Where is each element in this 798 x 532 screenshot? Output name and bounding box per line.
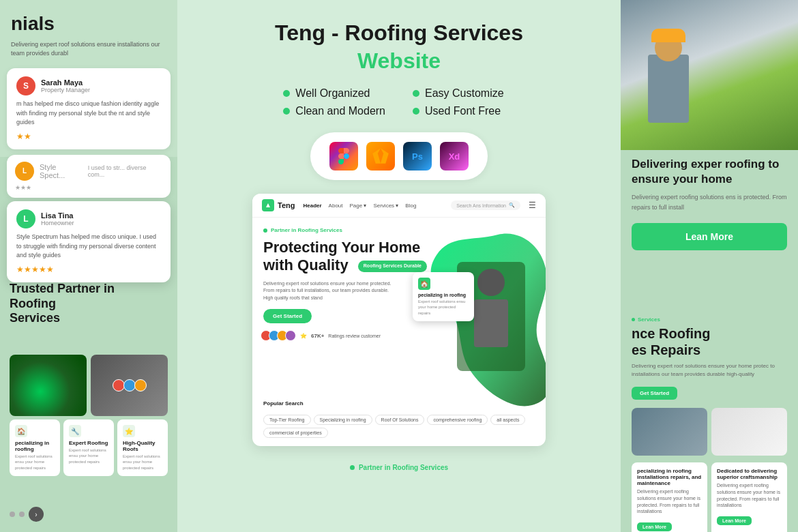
worker-head: [655, 34, 682, 61]
service-cards-grid: 🏠 pecializing in roofing Expert roof sol…: [10, 419, 168, 476]
worker-silhouette: [641, 27, 696, 150]
dot-arrow[interactable]: ›: [29, 507, 44, 522]
feature-item-2: Easy Customize: [413, 87, 515, 100]
testimonial-card-1: S Sarah Maya Property Manager m has help…: [7, 68, 171, 149]
test-role-lisa: Homeowner: [41, 220, 74, 226]
center-bottom-tag: Partner in Roofing Services: [336, 457, 462, 478]
feature-dot-2: [413, 90, 419, 97]
popular-tags: Top-Tier Roofing Specializing in roofing…: [252, 415, 546, 446]
search-icon: 🔍: [509, 203, 515, 208]
xd-icon: Xd: [440, 142, 469, 171]
bottom-heading: Trusted Partner in Roofing Services: [10, 282, 168, 326]
services-title-line1: nce Roofing: [632, 325, 787, 342]
service-title-1: pecializing in roofing: [15, 440, 55, 452]
mockup-logo-icon: [262, 199, 274, 211]
test-text-lisa: Style Spectrum has helped me disco uniqu…: [16, 233, 161, 261]
feature-item-4: Used Font Free: [413, 105, 515, 117]
right-serv-title-2: Dedicated to delivering superior craftsm…: [717, 468, 782, 480]
floating-card: 🏠 pecializing in roofing Expert roof sol…: [413, 272, 474, 321]
testimonial-lisa-card: L Lisa Tina Homeowner Style Spectrum has…: [7, 201, 171, 282]
tag-4[interactable]: comprehensive roofing: [427, 415, 488, 425]
service-icon-2: 🔧: [69, 425, 81, 437]
mockup-search-bar[interactable]: Search Ans Information 🔍: [451, 201, 520, 210]
lean-more-small-2[interactable]: Lean More: [717, 516, 752, 525]
service-desc-3: Expert roof solutions ensu your home pro…: [123, 454, 162, 471]
nav-about[interactable]: About: [329, 203, 343, 209]
website-mockup: Teng Header About Page ▾ Services ▾ Blog…: [252, 194, 546, 446]
right-serv-desc-2: Delivering expert roofing solutions ensu…: [717, 482, 782, 509]
testimonials-container: S Sarah Maya Property Manager m has help…: [7, 68, 171, 198]
feature-label-2: Easy Customize: [425, 87, 504, 100]
service-icon-1: 🏠: [15, 425, 27, 437]
bottom-img-green: [10, 355, 87, 416]
heading-partner: Partner in: [57, 282, 115, 295]
right-serv-card-2: Dedicated to delivering superior craftsm…: [711, 462, 787, 532]
feature-dot-1: [283, 90, 290, 97]
center-partner-tag: Partner in Roofing Services: [359, 464, 448, 471]
dot-2[interactable]: [19, 512, 25, 517]
test-role-1: Property Manager: [41, 87, 90, 93]
test-stars-lisa: ★★★★★: [16, 265, 161, 274]
tool-icons-row: Ps Xd: [310, 132, 488, 180]
nav-blog[interactable]: Blog: [405, 203, 416, 209]
test-name-lisa: Lisa Tina: [41, 211, 74, 220]
center-title: Teng - Roofing Services: [275, 20, 523, 46]
feature-item-1: Well Organized: [283, 87, 385, 100]
lean-more-button[interactable]: Lean More: [632, 223, 787, 250]
tag-6[interactable]: commercial of properties: [263, 428, 328, 438]
worker-hardhat: [651, 29, 685, 42]
avatar-sarah: S: [16, 76, 35, 95]
hero-badge: Roofing Services Durable: [358, 261, 427, 271]
service-card-1: 🏠 pecializing in roofing Expert roof sol…: [10, 419, 60, 476]
service-title-2: Expert Roofing: [69, 440, 108, 446]
sketch-icon: [366, 142, 395, 171]
right-img-cell-1: [632, 408, 707, 456]
lean-more-small-1[interactable]: Lean More: [637, 522, 672, 531]
service-desc-2: Expert roof solutions ensu your home pro…: [69, 447, 108, 464]
feature-label-1: Well Organized: [295, 87, 370, 100]
right-img-cell-2: [711, 408, 787, 456]
service-title-3: High-Quality Roofs: [123, 440, 162, 452]
tag-1[interactable]: Top-Tier Roofing: [263, 415, 311, 425]
partial-desc: Delivering expert roof solutions ensure …: [11, 40, 166, 59]
get-started-button[interactable]: Get Started: [263, 309, 312, 323]
nav-page[interactable]: Page ▾: [350, 203, 367, 209]
right-serv-title-1: pecializing in roofing installations rep…: [637, 468, 702, 486]
right-get-started-btn[interactable]: Get Started: [632, 387, 677, 400]
test-style-text: Style Spect...: [40, 163, 83, 179]
tag-2[interactable]: Specializing in roofing: [314, 415, 372, 425]
feature-dot-3: [283, 108, 290, 115]
floating-card-desc: Expert roof solutions ensu your home pro…: [418, 299, 469, 316]
right-bottom-services: Services nce Roofing es Repairs Deliveri…: [621, 307, 798, 532]
hamburger-icon[interactable]: ☰: [529, 201, 536, 210]
center-panel: Teng - Roofing Services Website Well Org…: [177, 0, 621, 532]
feature-item-3: Clean and Modern: [283, 105, 385, 117]
right-hero-image: [621, 0, 798, 150]
nav-header[interactable]: Header: [303, 203, 321, 209]
bottom-img-gray: [91, 355, 168, 416]
right-services-desc: Delivering expert roof solutions ensure …: [632, 362, 787, 379]
right-services-tag: Services: [632, 316, 787, 323]
service-icon-3: ⭐: [123, 425, 135, 437]
services-title-line2: es Repairs: [632, 342, 787, 358]
floating-card-icon: 🏠: [418, 278, 430, 290]
tag-3[interactable]: Roof Of Solutions: [375, 415, 425, 425]
bottom-images-grid: [10, 355, 168, 416]
mockup-nav: Teng Header About Page ▾ Services ▾ Blog…: [252, 194, 546, 218]
dot-1[interactable]: [10, 512, 15, 517]
service-card-3: ⭐ High-Quality Roofs Expert roof solutio…: [117, 419, 168, 476]
testimonial-card-2-partial: L Style Spect... I used to str... divers…: [7, 155, 171, 198]
feature-label-4: Used Font Free: [425, 105, 501, 117]
nav-services[interactable]: Services ▾: [373, 203, 398, 209]
tag-5[interactable]: all aspects: [490, 415, 525, 425]
mockup-partner-dot: [263, 228, 267, 233]
feature-label-3: Clean and Modern: [295, 105, 385, 117]
avatar-lisa: L: [16, 209, 35, 228]
mockup-nav-links: Header About Page ▾ Services ▾ Blog: [303, 203, 443, 209]
right-partner-dot: [632, 318, 635, 321]
figma-icon: [329, 142, 358, 171]
right-img-grid: [632, 408, 787, 456]
right-hero-heading: Delivering exper roofing to ensure your …: [632, 157, 787, 187]
left-bottom: Partner in Roofing Services Trusted Part…: [0, 273, 177, 532]
right-hero-desc: Delivering expert roofing solutions ens …: [632, 192, 787, 212]
